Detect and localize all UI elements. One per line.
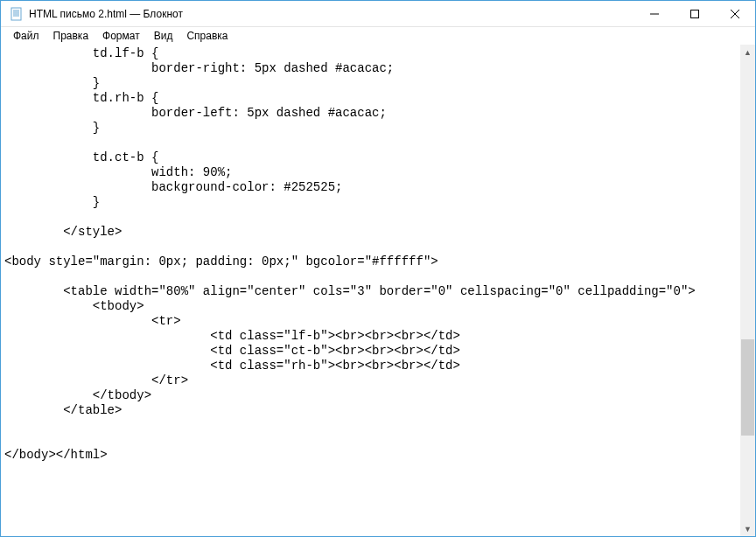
notepad-window: HTML письмо 2.html — Блокнот Файл Правка… — [0, 0, 756, 537]
scroll-up-icon[interactable]: ▲ — [740, 45, 755, 59]
minimize-button[interactable] — [634, 1, 675, 26]
editor-content[interactable]: td.lf-b { border-right: 5px dashed #acac… — [1, 45, 755, 464]
maximize-button[interactable] — [675, 1, 715, 26]
menubar: Файл Правка Формат Вид Справка — [1, 27, 755, 45]
vertical-scrollbar[interactable]: ▲ ▼ — [740, 45, 755, 536]
menu-file[interactable]: Файл — [6, 28, 46, 44]
scroll-thumb[interactable] — [741, 339, 754, 436]
window-title: HTML письмо 2.html — Блокнот — [29, 8, 634, 20]
titlebar: HTML письмо 2.html — Блокнот — [1, 1, 755, 27]
menu-format[interactable]: Формат — [95, 28, 147, 44]
menu-edit[interactable]: Правка — [46, 28, 96, 44]
svg-rect-6 — [691, 10, 699, 17]
menu-help[interactable]: Справка — [179, 28, 234, 44]
scroll-down-icon[interactable]: ▼ — [740, 521, 755, 536]
editor-area[interactable]: td.lf-b { border-right: 5px dashed #acac… — [1, 45, 755, 536]
close-button[interactable] — [715, 1, 755, 26]
notepad-icon — [10, 7, 24, 21]
menu-view[interactable]: Вид — [147, 28, 180, 44]
window-controls — [634, 1, 755, 26]
